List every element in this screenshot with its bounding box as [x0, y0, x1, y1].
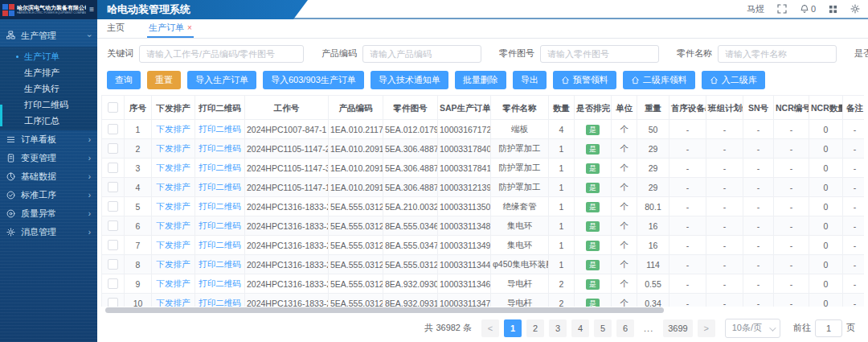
sidebar-subitem-production-scheduling[interactable]: 生产排产: [0, 64, 97, 80]
cell-unit: 个: [612, 236, 637, 255]
tab-home[interactable]: 主页: [105, 19, 126, 38]
send-schedule-link[interactable]: 下发排产: [157, 182, 190, 192]
sidebar-subitem-process-summary[interactable]: 工序汇总: [0, 113, 97, 129]
select-all-checkbox[interactable]: [108, 102, 118, 113]
import-tech-notice-button[interactable]: 导入技术通知单: [371, 71, 448, 89]
user-name[interactable]: 马煜: [747, 3, 764, 15]
import-603-903-button[interactable]: 导入603/903生产订单: [263, 71, 364, 89]
pagination-prev-button[interactable]: <: [481, 319, 499, 337]
cell-team-plan-no: -: [706, 197, 743, 216]
pagination-ellipsis[interactable]: ...: [639, 319, 658, 337]
sidebar-item-change-management[interactable]: 变更管理›: [0, 149, 97, 167]
cell-weight: 50: [637, 120, 669, 139]
print-qrcode-link[interactable]: 打印二维码: [199, 143, 241, 153]
export-button[interactable]: 导出: [513, 71, 547, 89]
cell-seq: 6: [125, 216, 152, 236]
send-schedule-link[interactable]: 下发排产: [157, 298, 190, 307]
print-qrcode-link[interactable]: 打印二维码: [199, 259, 241, 269]
cell-ncr-qty: 0: [809, 178, 843, 197]
batch-delete-button[interactable]: 批量删除: [455, 71, 506, 89]
print-qrcode-link[interactable]: 打印二维码: [199, 240, 241, 249]
sidebar-subitem-production-order[interactable]: 生产订单: [0, 48, 97, 64]
table-row: 9下发排产打印二维码2024HPC1316-1833-25EA.555.0312…: [102, 274, 865, 294]
page-button-3699[interactable]: 3699: [663, 319, 692, 337]
table-header-row: 序号下发排产打印二维码工作号产品编码零件图号SAP生产订单号零件名称数量是否排完…: [102, 96, 865, 120]
row-checkbox[interactable]: [108, 201, 118, 212]
part-no-input[interactable]: [540, 45, 659, 63]
print-qrcode-link[interactable]: 打印二维码: [199, 182, 241, 192]
search-button[interactable]: 查询: [107, 71, 141, 89]
print-qrcode-link[interactable]: 打印二维码: [199, 201, 241, 211]
send-schedule-link[interactable]: 下发排产: [157, 240, 190, 249]
secondary-store-pick-button[interactable]: 二级库领料: [623, 71, 695, 89]
cell-sn-no: -: [743, 197, 774, 216]
print-qrcode-link[interactable]: 打印二维码: [199, 220, 241, 230]
print-qrcode-link[interactable]: 打印二维码: [199, 278, 241, 288]
cell-scheduled: 是: [575, 159, 612, 178]
page-button-3[interactable]: 3: [549, 319, 567, 337]
send-schedule-link[interactable]: 下发排产: [157, 220, 190, 230]
sidebar-item-base-data[interactable]: 基础数据›: [0, 167, 97, 186]
reset-button[interactable]: 重置: [147, 71, 181, 89]
goto-page-input[interactable]: [815, 319, 842, 337]
send-schedule-link[interactable]: 下发排产: [157, 278, 190, 288]
cell-qty: 1: [549, 159, 575, 178]
send-schedule-link[interactable]: 下发排产: [157, 124, 190, 134]
row-checkbox[interactable]: [108, 124, 118, 134]
page-size-select[interactable]: 10条/页: [725, 319, 780, 338]
cell-send: 下发排产: [152, 294, 195, 307]
row-checkbox[interactable]: [108, 278, 118, 289]
print-qrcode-link[interactable]: 打印二维码: [199, 298, 241, 307]
sidebar-item-standard-process[interactable]: 标准工序›: [0, 186, 97, 204]
page-button-1[interactable]: 1: [504, 319, 522, 337]
scheduled-yes-badge: 是: [586, 279, 600, 290]
send-schedule-link[interactable]: 下发排产: [157, 201, 190, 211]
send-schedule-link[interactable]: 下发排产: [157, 163, 190, 172]
sidebar-subitem-print-qrcode[interactable]: 打印二维码: [0, 97, 97, 113]
settings-gear-icon[interactable]: [850, 4, 860, 14]
into-secondary-store-button[interactable]: 入二级库: [702, 71, 765, 89]
pagination-next-button[interactable]: >: [698, 319, 715, 337]
row-checkbox[interactable]: [108, 259, 118, 270]
collapse-menu-icon[interactable]: ≡: [88, 6, 95, 14]
row-checkbox[interactable]: [108, 163, 118, 173]
row-checkbox[interactable]: [108, 143, 118, 154]
sidebar-item-label: 消息管理: [21, 226, 84, 238]
warning-pick-button[interactable]: 预警领料: [553, 71, 616, 89]
keyword-input[interactable]: [139, 45, 304, 63]
product-code-input[interactable]: [362, 45, 481, 63]
import-order-button[interactable]: 导入生产订单: [187, 71, 256, 89]
page-button-6[interactable]: 6: [616, 319, 634, 337]
row-checkbox[interactable]: [108, 182, 118, 192]
cell-ncr-no: -: [774, 294, 809, 307]
send-schedule-link[interactable]: 下发排产: [157, 259, 190, 269]
sidebar-item-message-management[interactable]: 消息管理›: [0, 223, 97, 241]
base-data-icon: [6, 172, 16, 182]
sidebar-subitem-production-execution[interactable]: 生产执行: [0, 80, 97, 97]
apps-grid-icon[interactable]: [829, 5, 837, 14]
notification-bell-icon[interactable]: 0: [800, 4, 816, 14]
cell-work-no: 2024HPC1007-847-1: [245, 120, 329, 139]
send-schedule-link[interactable]: 下发排产: [157, 143, 190, 153]
sidebar-item-production-management[interactable]: 生产管理›: [0, 24, 97, 47]
cell-ncr-qty: 0: [809, 255, 843, 274]
sidebar-item-quality-exception[interactable]: 质量异常›: [0, 204, 97, 223]
close-tab-icon[interactable]: ×: [187, 23, 192, 32]
fullscreen-icon[interactable]: [777, 4, 787, 14]
cell-sap-no: 10003167172: [438, 120, 491, 139]
print-qrcode-link[interactable]: 打印二维码: [199, 124, 241, 134]
horizontal-scrollbar[interactable]: [105, 307, 664, 313]
page-button-5[interactable]: 5: [594, 319, 612, 337]
tab-production-order[interactable]: 生产订单×: [147, 19, 194, 38]
cell-qty: 1: [549, 255, 575, 274]
sidebar-item-order-board[interactable]: 订单看板›: [0, 130, 97, 149]
print-qrcode-link[interactable]: 打印二维码: [199, 163, 241, 172]
row-checkbox[interactable]: [108, 220, 118, 231]
cell-select: [102, 216, 125, 236]
row-checkbox[interactable]: [108, 298, 118, 307]
page-button-2[interactable]: 2: [526, 319, 544, 337]
cell-part-no: 8EA.555.0346: [383, 216, 438, 236]
part-name-input[interactable]: [718, 45, 837, 63]
row-checkbox[interactable]: [108, 240, 118, 250]
page-button-4[interactable]: 4: [571, 319, 589, 337]
